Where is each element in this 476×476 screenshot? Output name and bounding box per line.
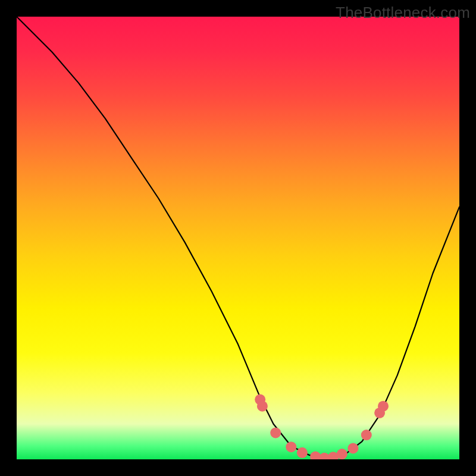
marker-dot xyxy=(378,401,389,412)
marker-dot xyxy=(347,443,358,453)
marker-layer xyxy=(17,17,459,459)
marker-dot xyxy=(361,430,372,440)
marker-dot xyxy=(257,401,268,412)
marker-dot xyxy=(286,441,296,452)
plot-area xyxy=(17,17,459,459)
watermark-text: TheBottleneck.com xyxy=(336,4,470,22)
marker-dot xyxy=(270,427,281,438)
marker-dot xyxy=(337,449,347,459)
marker-dot xyxy=(297,447,308,458)
